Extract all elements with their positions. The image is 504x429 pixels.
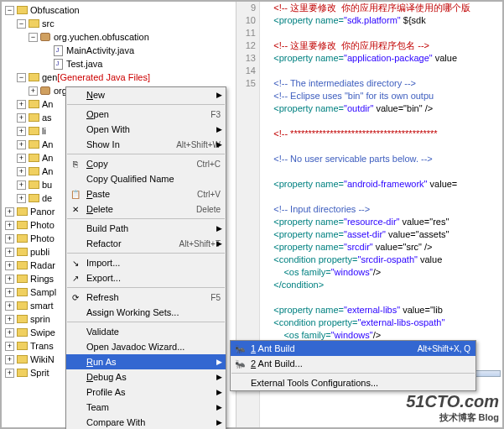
expand-icon[interactable]: + [5,248,14,257]
menu-icon: ✕ [70,203,81,215]
expand-icon[interactable]: + [17,140,26,149]
submenu-arrow-icon: ▶ [216,91,222,99]
submenu-arrow-icon: ▶ [216,125,222,133]
menu-copy[interactable]: ⎘CopyCtrl+C [66,156,226,171]
submenu-arrow-icon: ▶ [216,403,222,411]
menu-paste[interactable]: 📋PasteCtrl+V [66,186,226,201]
submenu-arrow-icon: ▶ [216,140,222,149]
menu-run-as[interactable]: Run As▶ [66,354,226,369]
expand-icon[interactable]: + [17,113,26,123]
menu-compare-with[interactable]: Compare With▶ [66,415,226,429]
menu-assign-working-sets-[interactable]: Assign Working Sets... [66,305,226,320]
menu-icon: ⟳ [70,291,81,303]
submenu-arrow-icon: ▶ [216,388,222,396]
tree-gen[interactable]: −gen [Generated Java Files] [5,71,236,84]
submenu-arrow-icon: ▶ [216,373,222,381]
menu-icon: ↗ [70,272,81,284]
tree-root[interactable]: −Obfuscation [5,3,236,17]
expand-icon[interactable]: + [5,342,14,351]
submenu-external-tools-configurations-[interactable]: External Tools Configurations... [231,375,475,390]
menu-open-javadoc-wizard-[interactable]: Open Javadoc Wizard... [66,339,226,354]
expand-icon[interactable]: + [17,194,26,203]
menu-import-[interactable]: ↘Import... [66,255,226,270]
menu-open-with[interactable]: Open With▶ [66,122,226,137]
expand-icon[interactable]: + [29,86,38,96]
menu-new[interactable]: New▶ [66,87,226,102]
expand-icon[interactable]: + [5,261,14,270]
menu-export-[interactable]: ↗Export... [66,270,226,285]
collapse-icon[interactable]: − [17,19,26,29]
menu-refactor[interactable]: RefactorAlt+Shift+T▶ [66,236,226,251]
ant-icon: 🐜 [234,358,246,369]
collapse-icon[interactable]: − [29,33,38,42]
expand-icon[interactable]: + [5,207,14,217]
expand-icon[interactable]: + [17,167,26,176]
expand-icon[interactable]: + [5,355,14,364]
tree-file[interactable]: Test.java [5,57,236,71]
expand-icon[interactable]: + [5,221,14,230]
tree-src[interactable]: −src [5,17,236,30]
menu-delete[interactable]: ✕DeleteDelete [66,201,226,217]
expand-icon[interactable]: + [17,180,26,190]
menu-icon: 📋 [70,188,81,200]
expand-icon[interactable]: + [5,288,14,297]
expand-icon[interactable]: + [5,301,14,311]
expand-icon[interactable]: + [5,315,14,324]
submenu-1-ant-build[interactable]: 🐜1 Ant BuildAlt+Shift+X, Q [231,341,475,356]
tree-package[interactable]: −org.yuchen.obfuscation [5,30,236,44]
runas-submenu[interactable]: 🐜1 Ant BuildAlt+Shift+X, Q🐜2 Ant Build..… [230,340,476,391]
expand-icon[interactable]: + [17,154,26,163]
submenu-arrow-icon: ▶ [216,239,222,248]
menu-profile-as[interactable]: Profile As▶ [66,385,226,400]
menu-icon: ⎘ [70,158,81,170]
menu-refresh[interactable]: ⟳RefreshF5 [66,290,226,305]
collapse-icon[interactable]: − [5,6,14,15]
submenu-arrow-icon: ▶ [216,358,222,366]
expand-icon[interactable]: + [5,275,14,284]
menu-copy-qualified-name[interactable]: Copy Qualified Name [66,171,226,186]
menu-build-path[interactable]: Build Path▶ [66,221,226,236]
context-menu[interactable]: New▶OpenF3Open With▶Show InAlt+Shift+W▶⎘… [65,86,226,429]
ant-icon: 🐜 [234,343,246,354]
submenu-arrow-icon: ▶ [216,418,222,426]
menu-debug-as[interactable]: Debug As▶ [66,369,226,385]
menu-show-in[interactable]: Show InAlt+Shift+W▶ [66,137,226,152]
submenu-arrow-icon: ▶ [216,224,222,233]
tree-file[interactable]: MainActivity.java [5,44,236,57]
watermark: 51CTO.com 技术博客 Blog [406,392,499,424]
menu-open[interactable]: OpenF3 [66,107,226,122]
expand-icon[interactable]: + [5,328,14,337]
expand-icon[interactable]: + [5,369,14,378]
menu-team[interactable]: Team▶ [66,400,226,415]
collapse-icon[interactable]: − [17,73,26,82]
menu-icon: ↘ [70,257,81,269]
expand-icon[interactable]: + [17,127,26,136]
expand-icon[interactable]: + [17,100,26,109]
expand-icon[interactable]: + [5,234,14,243]
menu-validate[interactable]: Validate [66,324,226,339]
submenu-2-ant-build-[interactable]: 🐜2 Ant Build... [231,356,475,371]
